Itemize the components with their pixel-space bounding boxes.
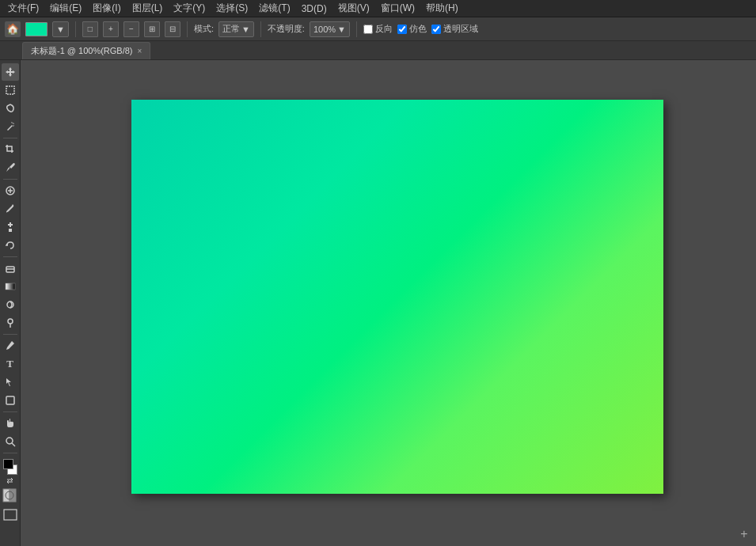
svg-rect-11 xyxy=(4,510,17,520)
svg-point-5 xyxy=(8,319,13,324)
opacity-value: 100% xyxy=(313,25,336,34)
separator-4 xyxy=(356,21,357,37)
color-tools xyxy=(2,477,19,484)
shape-mode-intersect[interactable]: ⊞ xyxy=(144,21,160,37)
marquee-tool-btn[interactable] xyxy=(2,82,19,99)
reverse-checkbox-group: 反向 xyxy=(363,23,393,35)
left-toolbar: T xyxy=(0,60,21,546)
toolbar-separator-2 xyxy=(3,179,17,180)
svg-rect-3 xyxy=(6,283,15,290)
eraser-tool-btn[interactable] xyxy=(2,260,19,277)
main-area: T xyxy=(0,60,756,546)
mode-dropdown-arrow: ▼ xyxy=(241,25,250,34)
separator-1 xyxy=(75,21,76,37)
zoom-tool-btn[interactable] xyxy=(2,433,19,450)
type-tool-btn[interactable]: T xyxy=(2,355,19,373)
document-tab-title: 未标题-1 @ 100%(RGB/8) xyxy=(31,45,133,57)
gradient-tool-btn[interactable] xyxy=(2,278,19,295)
canvas-crosshair-icon: + xyxy=(740,527,747,541)
foreground-color-box[interactable] xyxy=(3,459,13,469)
menu-filter[interactable]: 滤镜(T) xyxy=(254,0,294,17)
svg-point-7 xyxy=(6,438,13,444)
quick-mask-btn[interactable] xyxy=(2,488,18,505)
menu-select[interactable]: 选择(S) xyxy=(211,0,253,17)
svg-rect-9 xyxy=(9,489,16,502)
menu-edit[interactable]: 编辑(E) xyxy=(45,0,86,17)
color-swatches xyxy=(2,459,19,475)
dodge-tool-btn[interactable] xyxy=(2,314,19,332)
menu-3d[interactable]: 3D(D) xyxy=(297,2,332,16)
shape-mode-add[interactable]: + xyxy=(103,21,119,37)
menu-help[interactable]: 帮助(H) xyxy=(421,0,463,17)
svg-rect-8 xyxy=(3,489,9,502)
shape-tool-btn[interactable] xyxy=(2,392,19,409)
heal-brush-btn[interactable] xyxy=(2,182,19,199)
move-tool-btn[interactable] xyxy=(2,63,19,81)
toolbar-separator-1 xyxy=(3,138,17,138)
opacity-label: 不透明度: xyxy=(268,23,305,35)
dither-checkbox-group: 仿色 xyxy=(397,23,427,35)
toolbar-separator-6 xyxy=(3,453,17,453)
svg-rect-6 xyxy=(6,396,14,404)
document-tab[interactable]: 未标题-1 @ 100%(RGB/8) × xyxy=(22,42,150,59)
opacity-dropdown[interactable]: 100% ▼ xyxy=(310,21,350,37)
magic-wand-btn[interactable] xyxy=(2,118,19,135)
svg-point-4 xyxy=(7,301,13,308)
transparency-label: 透明区域 xyxy=(443,23,478,35)
history-brush-btn[interactable] xyxy=(2,237,19,254)
canvas-area[interactable]: + xyxy=(21,60,756,546)
toolbar-separator-3 xyxy=(3,256,17,257)
menu-text[interactable]: 文字(Y) xyxy=(169,0,210,17)
pen-tool-btn[interactable] xyxy=(2,337,19,355)
separator-3 xyxy=(260,21,261,37)
options-bar: 🏠 ▼ □ + − ⊞ ⊟ 模式: 正常 ▼ 不透明度: 100% ▼ 反向 仿… xyxy=(0,17,756,41)
reverse-label: 反向 xyxy=(375,23,393,35)
menu-window[interactable]: 窗口(W) xyxy=(376,0,420,17)
reverse-checkbox[interactable] xyxy=(363,25,373,34)
shape-mode-exclude[interactable]: ⊟ xyxy=(165,21,180,37)
mode-label: 模式: xyxy=(194,23,214,35)
menu-layer[interactable]: 图层(L) xyxy=(127,0,168,17)
eyedropper-btn[interactable] xyxy=(2,159,19,176)
color-dropdown-arrow[interactable]: ▼ xyxy=(52,21,69,37)
shape-mode-new[interactable]: □ xyxy=(82,21,98,37)
tab-bar: 未标题-1 @ 100%(RGB/8) × xyxy=(0,41,756,60)
transparency-checkbox-group: 透明区域 xyxy=(431,23,478,35)
separator-2 xyxy=(187,21,188,37)
menu-bar: 文件(F) 编辑(E) 图像(I) 图层(L) 文字(Y) 选择(S) 滤镜(T… xyxy=(0,0,756,17)
close-tab-icon[interactable]: × xyxy=(138,47,142,55)
brush-tool-btn[interactable] xyxy=(2,200,19,218)
path-select-btn[interactable] xyxy=(2,373,19,391)
menu-file[interactable]: 文件(F) xyxy=(3,0,44,17)
clone-stamp-btn[interactable] xyxy=(2,218,19,236)
crop-tool-btn[interactable] xyxy=(2,141,19,158)
screen-mode-btn[interactable] xyxy=(2,509,18,524)
blur-tool-btn[interactable] xyxy=(2,296,19,313)
toolbar-separator-5 xyxy=(3,411,17,412)
home-icon[interactable]: 🏠 xyxy=(5,21,21,37)
dither-label: 仿色 xyxy=(409,23,427,35)
swap-colors-icon[interactable] xyxy=(6,477,13,484)
lasso-tool-btn[interactable] xyxy=(2,100,19,117)
menu-view[interactable]: 视图(V) xyxy=(333,0,374,17)
document-canvas xyxy=(131,100,663,494)
svg-rect-0 xyxy=(6,86,14,94)
menu-image[interactable]: 图像(I) xyxy=(88,0,125,17)
mode-value: 正常 xyxy=(222,23,240,35)
status-bar: + xyxy=(732,522,756,546)
mode-dropdown[interactable]: 正常 ▼ xyxy=(218,21,254,37)
shape-mode-subtract[interactable]: − xyxy=(123,21,139,37)
transparency-checkbox[interactable] xyxy=(431,25,441,34)
hand-tool-btn[interactable] xyxy=(2,415,19,432)
foreground-color-swatch[interactable] xyxy=(25,22,47,36)
toolbar-separator-4 xyxy=(3,334,17,335)
dither-checkbox[interactable] xyxy=(397,25,407,34)
opacity-dropdown-arrow: ▼ xyxy=(337,25,346,34)
